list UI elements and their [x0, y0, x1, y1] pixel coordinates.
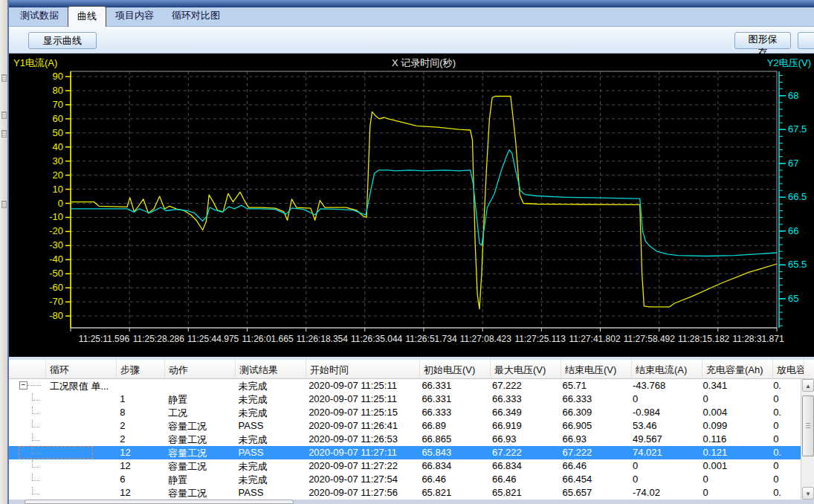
- cell-result: 未完成: [235, 433, 306, 446]
- svg-text:-50: -50: [49, 268, 63, 279]
- scroll-up-icon[interactable]: ▲: [802, 379, 814, 392]
- cell-result: 未完成: [235, 473, 306, 486]
- cell-vmax: 67.222: [488, 446, 559, 459]
- svg-text:65: 65: [788, 293, 798, 304]
- cell-tree: [9, 459, 46, 473]
- table-row[interactable]: −工况限值 单...未完成2020-09-07 11:25:1166.33167…: [9, 379, 801, 392]
- svg-text:-70: -70: [49, 296, 63, 307]
- column-header-dchg[interactable]: 放电容: [773, 360, 804, 378]
- cell-chg: 0.099: [700, 419, 770, 433]
- scrollbar-thumb[interactable]: [802, 395, 814, 456]
- svg-text:66: 66: [788, 225, 798, 236]
- cell-iend: 74.021: [629, 446, 700, 459]
- table-row[interactable]: 1静置未完成2020-09-07 11:25:1166.33166.33366.…: [9, 392, 801, 406]
- vertical-scrollbar[interactable]: ▲ ▼: [801, 379, 814, 500]
- cell-iend: 0: [629, 459, 700, 473]
- table-row[interactable]: 6静置未完成2020-09-07 11:27:5466.4666.4666.45…: [9, 473, 801, 486]
- cell-v0: 65.843: [418, 446, 488, 459]
- toolbar: 显示曲线 图形保存 曲: [9, 27, 814, 54]
- horizontal-scrollbar-thumb[interactable]: [25, 500, 294, 504]
- strip-mark: [1, 130, 7, 138]
- svg-text:11:26:01.665: 11:26:01.665: [242, 334, 294, 344]
- cell-action: 容量工况: [164, 433, 235, 446]
- curve-chart: 9080706050403020100-10-20-30-40-50-60-70…: [9, 54, 814, 357]
- svg-text:66.5: 66.5: [788, 191, 807, 202]
- cell-action: 容量工况: [164, 419, 235, 433]
- show-curve-button[interactable]: 显示曲线: [28, 32, 97, 49]
- tree-connector-icon: [32, 474, 39, 481]
- graph-save-button[interactable]: 图形保存: [734, 32, 791, 49]
- cell-tree: [9, 433, 46, 446]
- column-header-v0[interactable]: 初始电压(V): [420, 360, 491, 378]
- cell-start: 2020-09-07 11:27:22: [305, 459, 418, 473]
- table-row[interactable]: 12容量工况未完成2020-09-07 11:27:2266.83466.834…: [9, 459, 801, 473]
- svg-text:11:25:44.975: 11:25:44.975: [187, 334, 239, 344]
- cell-step: 1: [116, 392, 164, 406]
- svg-text:11:27:25.113: 11:27:25.113: [515, 334, 566, 344]
- main-window: 测试数据 曲线 项目内容 循环对比图 显示曲线 图形保存 曲 908070605…: [9, 0, 814, 504]
- scroll-down-icon[interactable]: ▼: [802, 487, 814, 500]
- tab-test-data[interactable]: 测试数据: [11, 6, 68, 26]
- tab-cycle-compare[interactable]: 循环对比图: [163, 6, 229, 26]
- cell-iend: -0.984: [629, 406, 700, 419]
- cell-result: PASS: [235, 419, 306, 433]
- cell-result: 未完成: [235, 406, 306, 419]
- svg-text:Y1电流(A): Y1电流(A): [13, 57, 57, 68]
- cell-cycle: [46, 486, 117, 500]
- tree-collapse-icon[interactable]: −: [19, 381, 28, 390]
- svg-text:11:25:28.286: 11:25:28.286: [133, 334, 185, 344]
- cell-step: 2: [116, 433, 164, 446]
- cell-tree: [9, 406, 46, 419]
- tab-project-content[interactable]: 项目内容: [106, 6, 163, 26]
- column-header-start[interactable]: 开始时间: [306, 360, 420, 378]
- svg-text:-20: -20: [49, 225, 63, 236]
- table-row[interactable]: 12容量工况PASS2020-09-07 11:27:1165.84367.22…: [9, 446, 801, 459]
- table-row[interactable]: 8工况未完成2020-09-07 11:25:1566.33366.34966.…: [9, 406, 801, 419]
- tree-connector-icon: [32, 433, 39, 441]
- cell-start: 2020-09-07 11:25:11: [305, 392, 418, 406]
- cell-step: 12: [116, 459, 164, 473]
- cell-tree: [9, 392, 46, 406]
- cell-cycle: [46, 392, 117, 406]
- table-row[interactable]: 2容量工况未完成2020-09-07 11:26:5366.86566.9366…: [9, 433, 801, 446]
- cell-vend: 66.905: [558, 419, 629, 433]
- column-header-result[interactable]: 测试结果: [236, 360, 306, 378]
- column-header-cycle[interactable]: 循环: [46, 360, 117, 378]
- cell-action: [164, 379, 235, 392]
- cell-step: 8: [116, 406, 164, 419]
- tab-curve[interactable]: 曲线: [68, 6, 106, 27]
- cell-v0: 65.821: [418, 486, 488, 500]
- svg-text:70: 70: [53, 99, 63, 110]
- cell-vmax: 66.919: [488, 419, 559, 433]
- cell-iend: 0: [629, 392, 700, 406]
- column-header-tree[interactable]: [9, 360, 46, 378]
- cell-result: PASS: [235, 486, 306, 500]
- column-header-chg[interactable]: 充电容量(Ah): [702, 360, 773, 378]
- chart-panel: 9080706050403020100-10-20-30-40-50-60-70…: [9, 54, 814, 357]
- table-row[interactable]: 2容量工况PASS2020-09-07 11:26:4166.8966.9196…: [9, 419, 801, 433]
- column-header-action[interactable]: 动作: [165, 360, 236, 378]
- tree-connector-icon: [32, 393, 39, 401]
- cell-chg: 0: [700, 486, 770, 500]
- column-header-iend[interactable]: 结束电流(A): [632, 360, 702, 378]
- cell-iend: -74.02: [629, 486, 700, 500]
- svg-text:68: 68: [788, 90, 798, 101]
- cell-v0: 66.331: [418, 392, 488, 406]
- column-header-vend[interactable]: 结束电压(V): [561, 360, 632, 378]
- horizontal-scrollbar[interactable]: [9, 500, 814, 504]
- column-header-vmax[interactable]: 最大电压(V): [491, 360, 561, 378]
- cell-cycle: [46, 406, 117, 419]
- partial-curve-button[interactable]: 曲: [798, 32, 814, 49]
- svg-text:20: 20: [53, 169, 63, 181]
- column-header-step[interactable]: 步骤: [117, 360, 165, 378]
- cell-v0: 66.331: [418, 379, 488, 392]
- cell-dchg: 0.: [769, 486, 801, 500]
- svg-text:Y2电压(V): Y2电压(V): [767, 57, 811, 68]
- cell-start: 2020-09-07 11:26:41: [305, 419, 418, 433]
- cell-result: 未完成: [235, 459, 306, 473]
- cell-action: 静置: [164, 392, 235, 406]
- cell-tree: [9, 473, 46, 486]
- cell-vmax: 65.821: [488, 486, 559, 500]
- table-row[interactable]: 12容量工况PASS2020-09-07 11:27:5665.82165.82…: [9, 486, 801, 500]
- cell-start: 2020-09-07 11:26:53: [305, 433, 418, 446]
